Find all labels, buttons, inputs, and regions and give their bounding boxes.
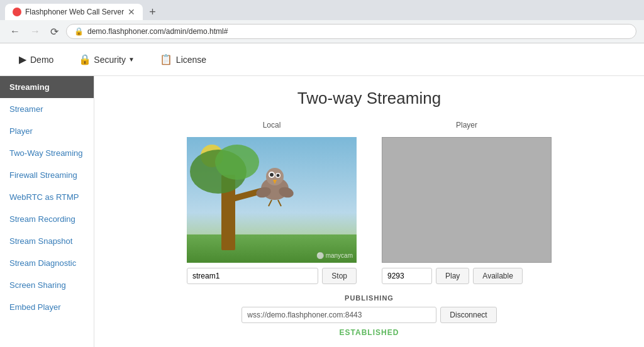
demo-label: Demo (30, 55, 53, 65)
player-panel: Player Play Available (382, 121, 552, 284)
new-tab-button[interactable]: + (144, 4, 161, 20)
play-button[interactable]: Play (436, 268, 469, 284)
tab-bar: Flashphoner Web Call Server ✕ + (0, 0, 644, 20)
security-label: Security (94, 55, 126, 65)
bird-scene: ⚪ manycam (187, 137, 357, 263)
main-content: Two-way Streaming Local (94, 76, 644, 347)
established-status: ESTABLISHED (340, 328, 399, 337)
sidebar-item-embed-player[interactable]: Embed Player (0, 296, 94, 318)
sidebar-item-streamer[interactable]: Streamer (0, 98, 94, 120)
play-circle-icon: ▶ (19, 53, 26, 65)
address-bar: ← → ⟳ 🔒 demo.flashphoner.com/admin/demo.… (0, 20, 644, 43)
wss-url-input[interactable] (242, 307, 436, 323)
refresh-button[interactable]: ⟳ (48, 25, 61, 39)
lock-icon: 🔒 (74, 27, 84, 36)
available-button[interactable]: Available (473, 268, 522, 284)
browser-chrome: Flashphoner Web Call Server ✕ + ← → ⟳ 🔒 … (0, 0, 644, 43)
tab-favicon (13, 8, 21, 16)
url-bar[interactable]: 🔒 demo.flashphoner.com/admin/demo.html# (66, 24, 636, 39)
publishing-section: PUBLISHING Disconnect ESTABLISHED (119, 294, 619, 337)
local-controls-row: Stop (187, 268, 357, 284)
scene-svg (187, 137, 357, 263)
active-tab[interactable]: Flashphoner Web Call Server ✕ (5, 4, 143, 20)
player-video (382, 137, 552, 263)
local-video: ⚪ manycam (187, 137, 357, 263)
streaming-panels: Local (119, 121, 619, 284)
sidebar-item-streaming[interactable]: Streaming (0, 76, 94, 98)
sidebar-item-stream-snapshot[interactable]: Stream Snapshot (0, 230, 94, 252)
svg-point-6 (215, 145, 259, 180)
main-layout: Streaming Streamer Player Two-Way Stream… (0, 76, 644, 347)
lock-nav-icon: 🔒 (79, 53, 91, 65)
local-panel: Local (187, 121, 357, 284)
page-title: Two-way Streaming (119, 89, 619, 108)
url-text: demo.flashphoner.com/admin/demo.html# (87, 27, 228, 36)
sidebar-item-screen-sharing[interactable]: Screen Sharing (0, 274, 94, 296)
license-nav-item[interactable]: 📋 License (153, 50, 213, 69)
port-input[interactable] (382, 268, 432, 284)
stream-name-input[interactable] (187, 268, 318, 284)
license-icon: 📋 (160, 53, 172, 65)
svg-point-12 (277, 174, 280, 177)
forward-button[interactable]: → (28, 25, 43, 38)
stop-button[interactable]: Stop (322, 268, 357, 284)
license-label: License (176, 55, 206, 65)
player-label: Player (456, 121, 477, 129)
sidebar-item-webrtc-as-rtmp[interactable]: WebRTC as RTMP (0, 186, 94, 208)
sidebar-item-stream-diagnostic[interactable]: Stream Diagnostic (0, 252, 94, 274)
tab-close-button[interactable]: ✕ (128, 7, 135, 17)
publishing-row: Disconnect (242, 307, 496, 323)
app-header: ▶ Demo 🔒 Security ▼ 📋 License (0, 43, 644, 76)
disconnect-button[interactable]: Disconnect (440, 307, 496, 323)
svg-point-10 (270, 173, 274, 177)
manycam-watermark: ⚪ manycam (316, 252, 353, 259)
sidebar: Streaming Streamer Player Two-Way Stream… (0, 76, 94, 347)
sidebar-item-firewall-streaming[interactable]: Firewall Streaming (0, 164, 94, 186)
sidebar-item-player[interactable]: Player (0, 120, 94, 142)
demo-nav-item[interactable]: ▶ Demo (13, 50, 60, 69)
back-button[interactable]: ← (8, 25, 23, 38)
publishing-label: PUBLISHING (345, 294, 394, 302)
tab-title: Flashphoner Web Call Server (25, 8, 124, 16)
local-label: Local (263, 121, 281, 129)
sidebar-item-two-way-streaming[interactable]: Two-Way Streaming (0, 142, 94, 164)
player-controls-row: Play Available (382, 268, 552, 284)
security-dropdown-icon: ▼ (128, 56, 135, 63)
sidebar-item-stream-recording[interactable]: Stream Recording (0, 208, 94, 230)
security-nav-item[interactable]: 🔒 Security ▼ (72, 50, 140, 69)
